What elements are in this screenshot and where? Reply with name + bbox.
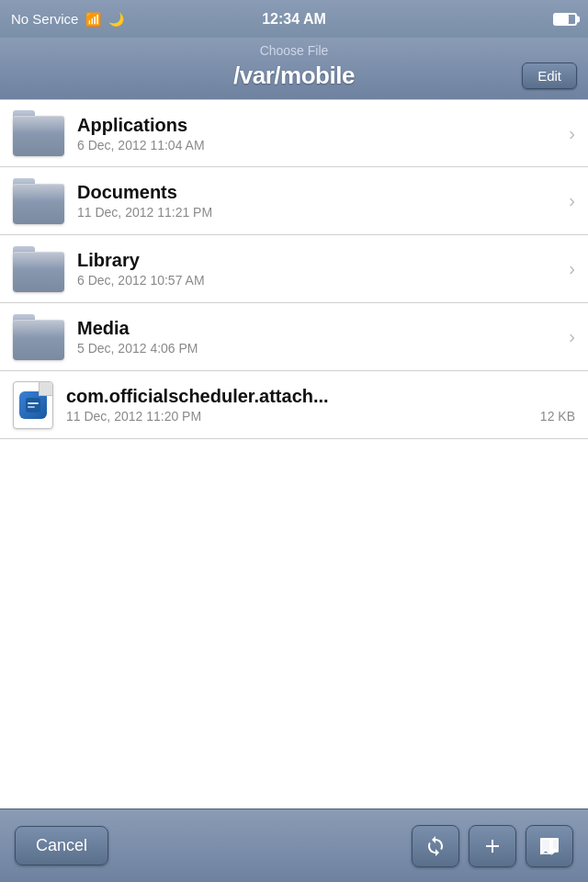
svg-rect-1	[28, 402, 39, 404]
file-meta: 5 Dec, 2012 4:06 PM	[77, 341, 560, 356]
cancel-button[interactable]: Cancel	[15, 826, 108, 865]
add-button[interactable]	[469, 825, 516, 867]
file-name: Documents	[77, 182, 560, 203]
wifi-icon: 📶	[85, 12, 101, 27]
chevron-right-icon: ›	[569, 123, 575, 144]
file-info: Media 5 Dec, 2012 4:06 PM	[77, 318, 560, 356]
file-date: 11 Dec, 2012 11:21 PM	[77, 205, 212, 220]
file-name: Library	[77, 250, 560, 271]
file-name: Applications	[77, 115, 560, 136]
file-date: 6 Dec, 2012 10:57 AM	[77, 273, 205, 288]
list-item[interactable]: Applications 6 Dec, 2012 11:04 AM ›	[0, 99, 588, 167]
nav-header: Choose File /var/mobile Edit	[0, 38, 588, 99]
file-info: Library 6 Dec, 2012 10:57 AM	[77, 250, 560, 288]
list-item[interactable]: Media 5 Dec, 2012 4:06 PM ›	[0, 303, 588, 371]
battery-icon	[553, 13, 577, 26]
do-not-disturb-icon: 🌙	[108, 12, 124, 27]
file-name: com.officialscheduler.attach...	[66, 386, 575, 407]
chevron-right-icon: ›	[569, 326, 575, 347]
file-info: Documents 11 Dec, 2012 11:21 PM	[77, 182, 560, 220]
svg-rect-2	[28, 406, 35, 408]
carrier-text: No Service	[11, 11, 78, 27]
folder-icon	[13, 246, 64, 292]
edit-button[interactable]: Edit	[522, 62, 577, 89]
folder-icon	[13, 314, 64, 360]
list-item[interactable]: Documents 11 Dec, 2012 11:21 PM ›	[0, 167, 588, 235]
finder-icon	[19, 391, 47, 419]
file-meta: 11 Dec, 2012 11:21 PM	[77, 205, 560, 220]
status-bar: No Service 📶 🌙 12:34 AM	[0, 0, 588, 38]
file-date: 11 Dec, 2012 11:20 PM	[66, 409, 201, 424]
file-size: 12 KB	[540, 409, 575, 424]
folder-icon	[13, 110, 64, 156]
file-date: 5 Dec, 2012 4:06 PM	[77, 341, 198, 356]
nav-subtitle: Choose File	[11, 43, 577, 58]
file-icon	[13, 381, 53, 429]
time-display: 12:34 AM	[262, 11, 326, 28]
nav-title: /var/mobile	[233, 62, 355, 90]
bookmarks-button[interactable]	[526, 825, 573, 867]
file-info: Applications 6 Dec, 2012 11:04 AM	[77, 115, 560, 153]
reload-button[interactable]	[412, 825, 459, 867]
file-meta: 6 Dec, 2012 10:57 AM	[77, 273, 560, 288]
svg-rect-0	[26, 398, 40, 413]
folder-icon	[13, 178, 64, 224]
file-info: com.officialscheduler.attach... 11 Dec, …	[66, 386, 575, 424]
file-date: 6 Dec, 2012 11:04 AM	[77, 138, 205, 153]
chevron-right-icon: ›	[569, 258, 575, 279]
bottom-toolbar: Cancel	[0, 808, 588, 882]
file-meta: 6 Dec, 2012 11:04 AM	[77, 138, 560, 153]
toolbar-right-actions	[412, 825, 573, 867]
file-list: Applications 6 Dec, 2012 11:04 AM › Docu…	[0, 99, 588, 439]
file-meta: 11 Dec, 2012 11:20 PM 12 KB	[66, 409, 575, 424]
list-item[interactable]: com.officialscheduler.attach... 11 Dec, …	[0, 371, 588, 439]
list-item[interactable]: Library 6 Dec, 2012 10:57 AM ›	[0, 235, 588, 303]
chevron-right-icon: ›	[569, 190, 575, 211]
file-name: Media	[77, 318, 560, 339]
